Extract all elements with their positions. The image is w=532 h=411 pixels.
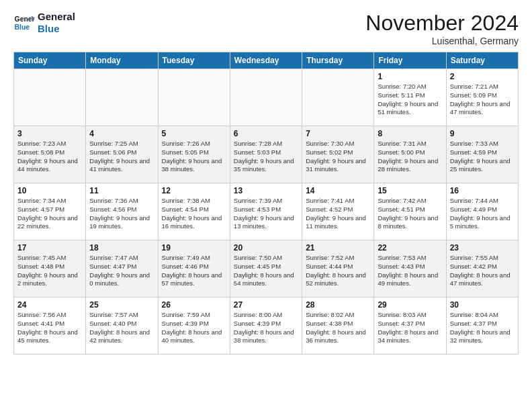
- day-info: Sunrise: 7:49 AM Sunset: 4:46 PM Dayligh…: [162, 254, 226, 288]
- day-number: 16: [450, 186, 515, 195]
- table-row: 20Sunrise: 7:50 AM Sunset: 4:45 PM Dayli…: [230, 240, 302, 298]
- col-tuesday: Tuesday: [158, 52, 230, 69]
- day-number: 3: [17, 129, 82, 138]
- table-row: 18Sunrise: 7:47 AM Sunset: 4:47 PM Dayli…: [86, 240, 158, 298]
- day-number: 12: [162, 186, 226, 195]
- table-row: 21Sunrise: 7:52 AM Sunset: 4:44 PM Dayli…: [302, 240, 374, 298]
- day-info: Sunrise: 7:55 AM Sunset: 4:42 PM Dayligh…: [450, 254, 515, 288]
- day-number: 7: [306, 129, 370, 138]
- day-number: 4: [89, 129, 154, 138]
- day-number: 17: [17, 243, 82, 253]
- day-info: Sunrise: 7:57 AM Sunset: 4:40 PM Dayligh…: [89, 311, 154, 345]
- table-row: 11Sunrise: 7:36 AM Sunset: 4:56 PM Dayli…: [86, 183, 158, 240]
- table-row: 28Sunrise: 8:02 AM Sunset: 4:38 PM Dayli…: [302, 298, 374, 355]
- table-row: [230, 69, 302, 126]
- col-friday: Friday: [374, 52, 446, 69]
- day-number: 9: [450, 129, 515, 138]
- day-number: 30: [450, 300, 515, 310]
- day-number: 22: [378, 243, 442, 253]
- day-info: Sunrise: 7:26 AM Sunset: 5:05 PM Dayligh…: [162, 140, 226, 174]
- day-number: 19: [162, 243, 226, 253]
- table-row: 5Sunrise: 7:26 AM Sunset: 5:05 PM Daylig…: [158, 126, 230, 183]
- table-row: 17Sunrise: 7:45 AM Sunset: 4:48 PM Dayli…: [14, 240, 86, 298]
- table-row: 27Sunrise: 8:00 AM Sunset: 4:39 PM Dayli…: [230, 298, 302, 355]
- table-row: 8Sunrise: 7:31 AM Sunset: 5:00 PM Daylig…: [374, 126, 446, 183]
- day-info: Sunrise: 7:21 AM Sunset: 5:09 PM Dayligh…: [450, 83, 515, 117]
- table-row: 23Sunrise: 7:55 AM Sunset: 4:42 PM Dayli…: [446, 240, 518, 298]
- day-info: Sunrise: 7:44 AM Sunset: 4:49 PM Dayligh…: [450, 197, 515, 231]
- table-row: 2Sunrise: 7:21 AM Sunset: 5:09 PM Daylig…: [446, 69, 518, 126]
- day-info: Sunrise: 7:30 AM Sunset: 5:02 PM Dayligh…: [306, 140, 370, 174]
- day-number: 24: [17, 300, 82, 310]
- day-number: 15: [378, 186, 442, 195]
- day-info: Sunrise: 7:39 AM Sunset: 4:53 PM Dayligh…: [234, 197, 298, 231]
- table-row: 12Sunrise: 7:38 AM Sunset: 4:54 PM Dayli…: [158, 183, 230, 240]
- day-info: Sunrise: 7:20 AM Sunset: 5:11 PM Dayligh…: [378, 83, 442, 117]
- col-saturday: Saturday: [446, 52, 518, 69]
- day-info: Sunrise: 7:41 AM Sunset: 4:52 PM Dayligh…: [306, 197, 370, 231]
- logo-line1: General: [38, 11, 75, 23]
- table-row: 26Sunrise: 7:59 AM Sunset: 4:39 PM Dayli…: [158, 298, 230, 355]
- day-number: 26: [162, 300, 226, 310]
- svg-text:Blue: Blue: [15, 24, 30, 31]
- day-number: 28: [306, 300, 370, 310]
- day-number: 11: [89, 186, 154, 195]
- day-info: Sunrise: 7:59 AM Sunset: 4:39 PM Dayligh…: [162, 311, 226, 345]
- table-row: 7Sunrise: 7:30 AM Sunset: 5:02 PM Daylig…: [302, 126, 374, 183]
- calendar-week-2: 3Sunrise: 7:23 AM Sunset: 5:08 PM Daylig…: [14, 126, 519, 183]
- logo-icon: General Blue: [13, 12, 35, 34]
- day-info: Sunrise: 8:02 AM Sunset: 4:38 PM Dayligh…: [306, 311, 370, 345]
- table-row: 4Sunrise: 7:25 AM Sunset: 5:06 PM Daylig…: [86, 126, 158, 183]
- day-number: 14: [306, 186, 370, 195]
- day-number: 6: [234, 129, 298, 138]
- col-wednesday: Wednesday: [230, 52, 302, 69]
- table-row: 29Sunrise: 8:03 AM Sunset: 4:37 PM Dayli…: [374, 298, 446, 355]
- day-info: Sunrise: 7:34 AM Sunset: 4:57 PM Dayligh…: [17, 197, 82, 231]
- header: General Blue General Blue November 2024 …: [13, 11, 519, 46]
- logo: General Blue General Blue: [13, 11, 75, 35]
- calendar-week-4: 17Sunrise: 7:45 AM Sunset: 4:48 PM Dayli…: [14, 240, 519, 298]
- location: Luisenthal, Germany: [365, 36, 519, 46]
- day-number: 13: [234, 186, 298, 195]
- table-row: 13Sunrise: 7:39 AM Sunset: 4:53 PM Dayli…: [230, 183, 302, 240]
- table-row: 16Sunrise: 7:44 AM Sunset: 4:49 PM Dayli…: [446, 183, 518, 240]
- day-number: 29: [378, 300, 442, 310]
- table-row: [302, 69, 374, 126]
- table-row: [14, 69, 86, 126]
- col-monday: Monday: [86, 52, 158, 69]
- table-row: 14Sunrise: 7:41 AM Sunset: 4:52 PM Dayli…: [302, 183, 374, 240]
- table-row: 3Sunrise: 7:23 AM Sunset: 5:08 PM Daylig…: [14, 126, 86, 183]
- month-title: November 2024: [365, 11, 519, 36]
- day-info: Sunrise: 7:38 AM Sunset: 4:54 PM Dayligh…: [162, 197, 226, 231]
- table-row: 22Sunrise: 7:53 AM Sunset: 4:43 PM Dayli…: [374, 240, 446, 298]
- day-info: Sunrise: 7:47 AM Sunset: 4:47 PM Dayligh…: [89, 254, 154, 288]
- table-row: 25Sunrise: 7:57 AM Sunset: 4:40 PM Dayli…: [86, 298, 158, 355]
- day-number: 1: [378, 72, 442, 81]
- col-sunday: Sunday: [14, 52, 86, 69]
- day-info: Sunrise: 7:56 AM Sunset: 4:41 PM Dayligh…: [17, 311, 82, 345]
- table-row: 30Sunrise: 8:04 AM Sunset: 4:37 PM Dayli…: [446, 298, 518, 355]
- day-info: Sunrise: 7:45 AM Sunset: 4:48 PM Dayligh…: [17, 254, 82, 288]
- table-row: 24Sunrise: 7:56 AM Sunset: 4:41 PM Dayli…: [14, 298, 86, 355]
- table-row: 10Sunrise: 7:34 AM Sunset: 4:57 PM Dayli…: [14, 183, 86, 240]
- day-info: Sunrise: 8:00 AM Sunset: 4:39 PM Dayligh…: [234, 311, 298, 345]
- day-info: Sunrise: 7:42 AM Sunset: 4:51 PM Dayligh…: [378, 197, 442, 231]
- logo-line2: Blue: [38, 23, 75, 35]
- day-info: Sunrise: 7:53 AM Sunset: 4:43 PM Dayligh…: [378, 254, 442, 288]
- day-number: 23: [450, 243, 515, 253]
- day-info: Sunrise: 7:52 AM Sunset: 4:44 PM Dayligh…: [306, 254, 370, 288]
- day-info: Sunrise: 8:03 AM Sunset: 4:37 PM Dayligh…: [378, 311, 442, 345]
- day-info: Sunrise: 8:04 AM Sunset: 4:37 PM Dayligh…: [450, 311, 515, 345]
- table-row: 6Sunrise: 7:28 AM Sunset: 5:03 PM Daylig…: [230, 126, 302, 183]
- col-thursday: Thursday: [302, 52, 374, 69]
- table-row: 15Sunrise: 7:42 AM Sunset: 4:51 PM Dayli…: [374, 183, 446, 240]
- calendar-header-row: Sunday Monday Tuesday Wednesday Thursday…: [14, 52, 519, 69]
- day-number: 20: [234, 243, 298, 253]
- day-info: Sunrise: 7:31 AM Sunset: 5:00 PM Dayligh…: [378, 140, 442, 174]
- table-row: 1Sunrise: 7:20 AM Sunset: 5:11 PM Daylig…: [374, 69, 446, 126]
- day-number: 8: [378, 129, 442, 138]
- day-info: Sunrise: 7:36 AM Sunset: 4:56 PM Dayligh…: [89, 197, 154, 231]
- day-number: 25: [89, 300, 154, 310]
- day-number: 2: [450, 72, 515, 81]
- page: General Blue General Blue November 2024 …: [0, 0, 532, 411]
